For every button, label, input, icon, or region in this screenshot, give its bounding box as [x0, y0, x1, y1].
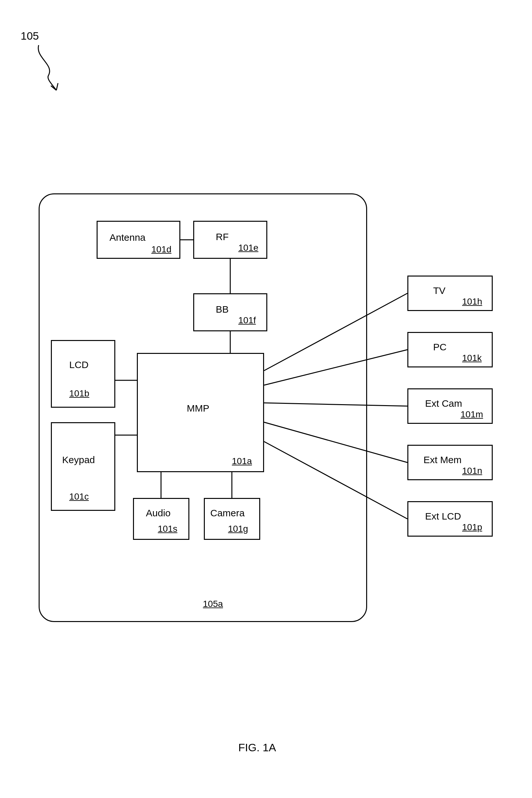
extlcd-label: Ext LCD	[425, 511, 461, 522]
rf-label: RF	[216, 231, 229, 242]
rf-ref: 101e	[238, 243, 258, 253]
bb-label: BB	[216, 304, 229, 315]
extmem-ref: 101n	[462, 466, 482, 476]
antenna-label: Antenna	[110, 232, 146, 243]
extmem-label: Ext Mem	[423, 454, 461, 466]
lcd-label: LCD	[69, 359, 89, 370]
mmp-ref: 101a	[232, 456, 252, 466]
tv-ref: 101h	[462, 296, 482, 307]
figure-caption: FIG. 1A	[238, 741, 276, 754]
tv-label: TV	[433, 285, 445, 296]
extcam-label: Ext Cam	[425, 398, 462, 409]
camera-ref: 101g	[228, 524, 248, 534]
mmp-label: MMP	[187, 403, 209, 414]
container-ref: 105a	[203, 599, 223, 609]
antenna-ref: 101d	[151, 244, 171, 255]
camera-label: Camera	[210, 508, 245, 519]
bb-ref: 101f	[238, 315, 256, 326]
diagram-canvas: 105 105a Antenna 101d RF 101e BB 101f LC…	[0, 0, 532, 798]
keypad-label: Keypad	[62, 454, 95, 466]
extlcd-ref: 101p	[462, 522, 482, 532]
pc-ref: 101k	[462, 353, 482, 363]
block-bb	[193, 293, 267, 331]
block-rf	[193, 221, 267, 259]
lcd-ref: 101b	[69, 388, 89, 399]
keypad-ref: 101c	[69, 491, 89, 502]
audio-ref: 101s	[158, 524, 177, 534]
audio-label: Audio	[146, 508, 171, 519]
pc-label: PC	[433, 342, 446, 352]
extcam-ref: 101m	[460, 409, 483, 420]
figure-top-number: 105	[21, 30, 39, 42]
